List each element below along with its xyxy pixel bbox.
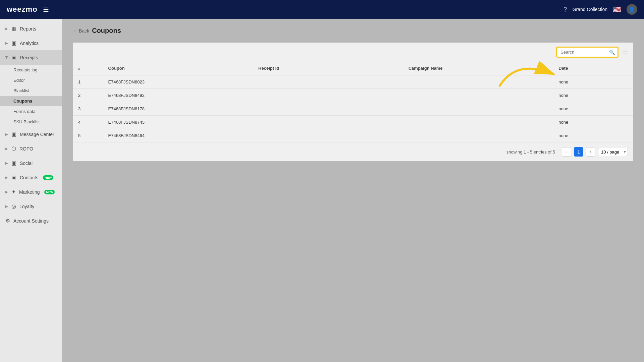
cell-coupon: E7468FJSDN8178 — [103, 102, 253, 116]
avatar-icon: 👤 — [629, 6, 635, 13]
sidebar-item-label: Reports — [20, 26, 36, 32]
sidebar-item-message-center[interactable]: ▶ ▣ Message Center — [0, 127, 62, 141]
table-row: 5 E7468FJSDN8464 none — [73, 129, 633, 142]
page-title: Coupons — [92, 27, 121, 35]
table-header-row: # Coupon Receipt Id Campaign Name Date — [73, 62, 633, 75]
sidebar-item-label: Social — [20, 161, 33, 166]
settings-icon: ⚙ — [5, 218, 10, 224]
sidebar-item-label: Contacts — [20, 175, 38, 180]
arrow-icon: ▶ — [5, 132, 8, 136]
app-logo: weezmo — [7, 5, 38, 14]
arrow-icon: ▶ — [5, 56, 9, 59]
contacts-badge: NEW — [43, 175, 53, 180]
cell-num: 4 — [73, 116, 103, 129]
per-page-wrapper: 10 / page 25 / page 50 / page — [598, 148, 628, 156]
sidebar-item-social[interactable]: ▶ ▣ Social — [0, 156, 62, 170]
sidebar-item-label: Loyalty — [19, 204, 34, 209]
sidebar-item-account-settings[interactable]: ⚙ Account Settings — [0, 214, 62, 228]
hamburger-menu[interactable]: ☰ — [43, 5, 49, 13]
sidebar-sub-receipts-log[interactable]: Receipts log — [0, 65, 62, 75]
sidebar-item-analytics[interactable]: ▶ ▣ Analytics — [0, 36, 62, 50]
sidebar-sub-coupons[interactable]: Coupons — [0, 96, 62, 106]
table-row: 4 E7468FJSDN8745 none — [73, 116, 633, 129]
col-header-campaign[interactable]: Campaign Name — [403, 62, 553, 75]
arrow-icon: ▶ — [5, 147, 8, 150]
sidebar-sub-editor[interactable]: Editor — [0, 75, 62, 85]
arrow-icon: ▶ — [5, 41, 8, 45]
page-1-button[interactable]: 1 — [574, 147, 583, 157]
sidebar-item-receipts[interactable]: ▶ ▣ Receipts — [0, 50, 62, 65]
search-icon: 🔍 — [609, 50, 615, 55]
cell-date: none — [553, 129, 633, 142]
cell-receipt-id — [253, 75, 403, 89]
main-layout: ▶ ▦ Reports ▶ ▣ Analytics ▶ ▣ Receipts R… — [0, 19, 644, 362]
arrow-icon: ▶ — [5, 161, 8, 165]
pagination: showing 1 - 5 entries of 5 ‹ 1 › 10 / pa… — [73, 142, 633, 161]
analytics-icon: ▣ — [11, 40, 16, 46]
sidebar-item-label: Message Center — [20, 132, 54, 137]
cell-coupon: E7468FJSDN8464 — [103, 129, 253, 142]
contacts-icon: ▣ — [11, 174, 16, 181]
receipts-icon: ▣ — [11, 54, 16, 61]
loyalty-icon: ◎ — [11, 203, 16, 209]
sidebar-item-label: Receipts — [20, 55, 38, 60]
cell-campaign-name — [403, 75, 553, 89]
table-row: 1 E7468FJSDN8023 none — [73, 75, 633, 89]
cell-coupon: E7468FJSDN8023 — [103, 75, 253, 89]
cell-campaign-name — [403, 102, 553, 116]
next-page-button[interactable]: › — [586, 147, 595, 157]
cell-num: 3 — [73, 102, 103, 116]
content-area: ← Back Coupons 🔍 — [62, 19, 644, 362]
filter-icon[interactable]: ⚌ — [623, 49, 628, 56]
col-header-receipt[interactable]: Receipt Id — [253, 62, 403, 75]
arrow-icon: ▶ — [5, 27, 8, 31]
col-header-date[interactable]: Date — [553, 62, 633, 75]
cell-campaign-name — [403, 116, 553, 129]
cell-date: none — [553, 89, 633, 102]
flag-icon: 🇺🇸 — [613, 5, 621, 13]
prev-page-button[interactable]: ‹ — [562, 147, 571, 157]
marketing-badge: NEW — [44, 190, 55, 194]
table-container: 🔍 ⚌ # Coupon Receipt Id Campaign Name Da… — [73, 43, 633, 161]
arrow-icon: ▶ — [5, 190, 8, 194]
social-icon: ▣ — [11, 160, 16, 166]
arrow-icon: ▶ — [5, 204, 8, 208]
sidebar-item-label: Marketing — [19, 189, 40, 195]
page-header: ← Back Coupons — [73, 27, 633, 35]
sidebar-item-label: Analytics — [20, 41, 39, 46]
cell-date: none — [553, 116, 633, 129]
cell-date: none — [553, 102, 633, 116]
back-button[interactable]: ← Back — [73, 28, 89, 34]
table-row: 3 E7468FJSDN8178 none — [73, 102, 633, 116]
table-toolbar: 🔍 ⚌ — [73, 43, 633, 62]
navbar: weezmo ☰ ? Grand Collection 🇺🇸 👤 — [0, 0, 644, 19]
sidebar: ▶ ▦ Reports ▶ ▣ Analytics ▶ ▣ Receipts R… — [0, 19, 62, 362]
cell-campaign-name — [403, 129, 553, 142]
back-label: Back — [79, 28, 89, 34]
sidebar-item-loyalty[interactable]: ▶ ◎ Loyalty — [0, 199, 62, 214]
cell-coupon: E7468FJSDN8492 — [103, 89, 253, 102]
navbar-left: weezmo ☰ — [7, 5, 49, 14]
sidebar-item-marketing[interactable]: ▶ ✦ Marketing NEW — [0, 185, 62, 199]
avatar[interactable]: 👤 — [627, 4, 637, 15]
sidebar-sub-sku-blacklist[interactable]: SKU Blacklist — [0, 117, 62, 127]
search-input[interactable] — [557, 48, 618, 57]
coupons-table: # Coupon Receipt Id Campaign Name Date 1… — [73, 62, 633, 142]
search-box: 🔍 — [556, 47, 619, 58]
cell-num: 1 — [73, 75, 103, 89]
cell-campaign-name — [403, 89, 553, 102]
sidebar-item-reports[interactable]: ▶ ▦ Reports — [0, 21, 62, 36]
sidebar-sub-blacklist[interactable]: Blacklist — [0, 85, 62, 96]
cell-receipt-id — [253, 89, 403, 102]
help-icon[interactable]: ? — [564, 6, 567, 13]
marketing-icon: ✦ — [11, 189, 16, 195]
store-name: Grand Collection — [573, 7, 607, 12]
table-row: 2 E7468FJSDN8492 none — [73, 89, 633, 102]
back-arrow-icon: ← — [73, 28, 77, 34]
sidebar-item-ropo[interactable]: ▶ ⬡ ROPO — [0, 141, 62, 156]
sidebar-sub-forms-data[interactable]: Forms data — [0, 106, 62, 117]
pagination-info: showing 1 - 5 entries of 5 — [506, 149, 555, 155]
per-page-select[interactable]: 10 / page 25 / page 50 / page — [598, 148, 628, 156]
col-header-coupon[interactable]: Coupon — [103, 62, 253, 75]
sidebar-item-contacts[interactable]: ▶ ▣ Contacts NEW — [0, 170, 62, 185]
